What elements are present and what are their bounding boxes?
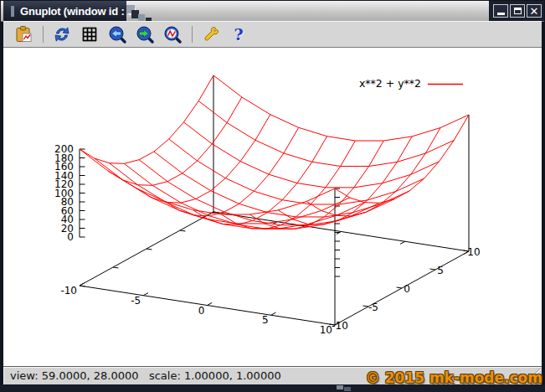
tick-label: 0: [404, 283, 410, 295]
plot-area[interactable]: 020406080100120140160180200-10-50510-10-…: [3, 48, 542, 366]
titlebar[interactable]: Gnuplot (window id : 0) ✕: [1, 1, 544, 22]
toolbar: ?: [3, 21, 542, 48]
window-title: Gnuplot (window id : 0): [20, 5, 136, 18]
wrench-icon: [202, 25, 220, 44]
tick-label: -10: [332, 320, 348, 332]
view-scale-readout: view: 59.0000, 28.0000 scale: 1.00000, 1…: [10, 369, 281, 382]
tick-label: 0: [198, 305, 205, 317]
copy-to-clipboard-button[interactable]: [13, 23, 34, 45]
tick-label: 10: [320, 324, 332, 336]
tick-label: 10: [467, 246, 480, 258]
watermark-text: © 2015 mk-mode.com: [366, 369, 542, 386]
axes-and-border: 020406080100120140160180200-10-50510-10-…: [54, 75, 481, 336]
zoom-previous-icon: [108, 25, 126, 44]
toolbar-separator: [43, 26, 44, 43]
tick-label: -5: [368, 302, 378, 313]
clipboard-chart-icon: [14, 25, 33, 44]
apply-autoscale-button[interactable]: [162, 23, 183, 45]
grid-icon: [80, 25, 99, 44]
settings-button[interactable]: [200, 23, 222, 45]
minimize-icon: [497, 13, 505, 15]
legend-label: x**2 + y**2: [359, 77, 421, 90]
maximize-icon: [514, 8, 522, 14]
titlebar-tab[interactable]: Gnuplot (window id : 0): [3, 1, 126, 21]
close-button[interactable]: ✕: [527, 4, 542, 18]
maximize-button[interactable]: [510, 4, 525, 18]
legend: x**2 + y**2: [359, 77, 463, 90]
refresh-icon: [53, 25, 71, 44]
toolbar-separator: [192, 26, 193, 43]
handle-pixel-decoration: [344, 387, 351, 391]
zoom-next-icon: [136, 25, 154, 44]
replot-button[interactable]: [51, 23, 73, 45]
toggle-grid-button[interactable]: [79, 23, 100, 45]
surface-plot-svg: 020406080100120140160180200-10-50510-10-…: [3, 48, 542, 366]
zoom-previous-button[interactable]: [106, 23, 128, 45]
window-controls: ✕: [489, 1, 544, 21]
handle-pixel-decoration: [337, 385, 343, 389]
titlebar-pixel-decoration: [138, 14, 145, 21]
tick-label: -5: [131, 295, 141, 307]
minimize-button[interactable]: [493, 4, 508, 18]
surface-mesh: [80, 75, 469, 229]
gnuplot-app-icon: [11, 6, 14, 17]
tick-label: 5: [262, 314, 269, 326]
zoom-next-button[interactable]: [134, 23, 156, 45]
tick-label: -10: [60, 285, 77, 297]
help-button[interactable]: ?: [228, 23, 249, 45]
help-icon: ?: [234, 25, 243, 44]
tick-label: 5: [437, 265, 444, 276]
tick-label: 200: [54, 143, 74, 155]
autoscale-icon: [163, 25, 182, 44]
close-icon: ✕: [530, 6, 539, 17]
